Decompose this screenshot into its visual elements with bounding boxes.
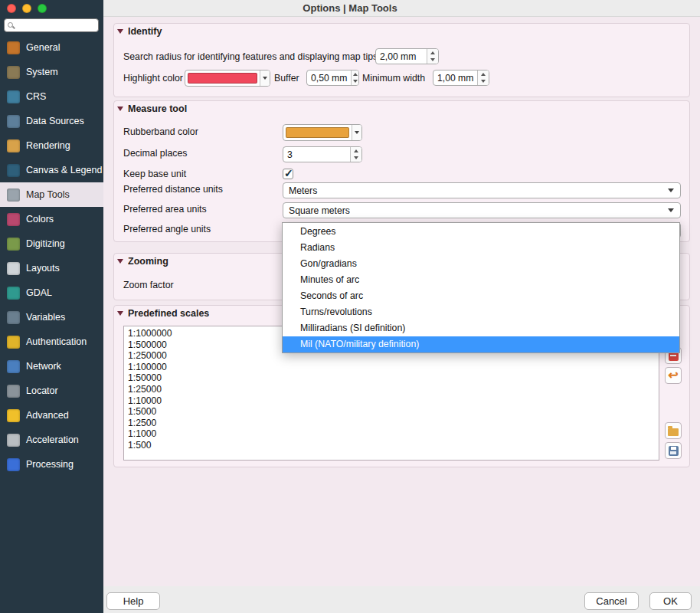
buffer-value[interactable]: 0,50 mm xyxy=(307,70,351,85)
stepper-down-icon[interactable] xyxy=(478,78,489,86)
angle-option-label: Degrees xyxy=(300,226,335,237)
minimum-width-stepper[interactable] xyxy=(477,70,489,85)
scale-item[interactable]: 1:2500 xyxy=(124,418,659,429)
preferred-distance-units-label: Preferred distance units xyxy=(123,184,223,195)
identify-section-header[interactable]: Identify xyxy=(117,26,162,37)
rubberband-color-label: Rubberband color xyxy=(123,126,198,138)
angle-option-mil-nato-military-definition[interactable]: Mil (NATO/military definition) xyxy=(283,336,679,352)
sidebar-item-label: Canvas & Legend xyxy=(26,165,102,175)
preferred-distance-units-combobox[interactable]: Meters xyxy=(283,182,681,198)
rubberband-color-button[interactable] xyxy=(283,124,362,141)
collapse-triangle-icon xyxy=(117,107,123,111)
sidebar-item-locator[interactable]: Locator xyxy=(0,379,103,403)
close-button[interactable] xyxy=(7,4,16,13)
buffer-spinbox[interactable]: 0,50 mm xyxy=(306,70,359,86)
angle-option-turns-revolutions[interactable]: Turns/revolutions xyxy=(283,304,679,320)
zoom-button[interactable] xyxy=(38,4,47,13)
digitizing-icon xyxy=(7,238,20,251)
angle-option-radians[interactable]: Radians xyxy=(283,239,679,255)
stepper-up-icon[interactable] xyxy=(427,49,438,57)
predefined-scales-section-header[interactable]: Predefined scales xyxy=(117,308,209,319)
import-scales-button[interactable] xyxy=(665,422,682,439)
scale-item[interactable]: 1:5000 xyxy=(124,406,659,418)
zooming-section-header[interactable]: Zooming xyxy=(117,256,168,267)
stepper-up-icon[interactable] xyxy=(478,70,489,78)
stepper-down-icon[interactable] xyxy=(351,155,361,162)
scale-item[interactable]: 1:50000 xyxy=(124,372,659,384)
scale-item[interactable]: 1:25000 xyxy=(124,384,659,395)
search-radius-spinbox[interactable]: 2,00 mm xyxy=(375,48,439,64)
sidebar-item-colors[interactable]: Colors xyxy=(0,207,103,231)
decimal-places-spinbox[interactable]: 3 xyxy=(283,146,362,162)
stepper-down-icon[interactable] xyxy=(427,57,438,64)
preferred-angle-units-label: Preferred angle units xyxy=(123,224,211,235)
sidebar-search-input[interactable] xyxy=(17,20,96,31)
wrench-icon xyxy=(7,41,20,54)
sidebar-item-gdal[interactable]: GDAL xyxy=(0,280,103,305)
sidebar-item-layouts[interactable]: Layouts xyxy=(0,256,103,280)
stepper-up-icon[interactable] xyxy=(351,147,361,155)
sidebar-item-rendering[interactable]: Rendering xyxy=(0,133,103,158)
sidebar-item-advanced[interactable]: Advanced xyxy=(0,403,103,428)
keep-base-unit-checkbox[interactable] xyxy=(283,169,293,179)
decimal-places-label: Decimal places xyxy=(123,148,187,159)
minimum-width-value[interactable]: 1,00 mm xyxy=(433,70,477,85)
scale-item[interactable]: 1:500 xyxy=(124,440,659,451)
minimize-button[interactable] xyxy=(22,4,31,13)
collapse-triangle-icon xyxy=(117,29,123,34)
ok-button[interactable]: OK xyxy=(649,592,692,610)
sidebar-item-label: Data Sources xyxy=(26,116,84,126)
sidebar-search-box[interactable] xyxy=(4,18,99,32)
restore-default-scales-button[interactable] xyxy=(665,367,682,384)
angle-option-minutes-of-arc[interactable]: Minutes of arc xyxy=(283,271,679,287)
sidebar-item-acceleration[interactable]: Acceleration xyxy=(0,428,103,452)
measure-tool-section-header[interactable]: Measure tool xyxy=(117,103,187,114)
globe-icon xyxy=(7,90,20,103)
stepper-up-icon[interactable] xyxy=(352,70,358,78)
sidebar-item-canvas-legend[interactable]: Canvas & Legend xyxy=(0,158,103,182)
sidebar-item-authentication[interactable]: Authentication xyxy=(0,329,103,354)
angle-option-seconds-of-arc[interactable]: Seconds of arc xyxy=(283,288,679,304)
scale-item[interactable]: 1:1000 xyxy=(124,428,659,440)
scale-item[interactable]: 1:100000 xyxy=(124,362,659,373)
sidebar-item-map-tools[interactable]: Map Tools xyxy=(0,182,103,207)
sidebar: General System CRS Data Sources xyxy=(0,0,103,613)
sidebar-item-data-sources[interactable]: Data Sources xyxy=(0,109,103,133)
sidebar-item-digitizing[interactable]: Digitizing xyxy=(0,231,103,256)
sidebar-item-label: Locator xyxy=(26,385,58,396)
help-button[interactable]: Help xyxy=(106,592,160,610)
angle-option-milliradians-si-definition[interactable]: Milliradians (SI definition) xyxy=(283,320,679,336)
sidebar-item-system[interactable]: System xyxy=(0,60,103,84)
export-scales-button[interactable] xyxy=(665,442,682,459)
highlight-color-button[interactable] xyxy=(185,70,270,87)
sidebar-item-processing[interactable]: Processing xyxy=(0,452,103,477)
sidebar-item-variables[interactable]: Variables xyxy=(0,305,103,329)
sidebar-item-label: Variables xyxy=(26,312,65,323)
decimal-places-stepper[interactable] xyxy=(350,147,361,162)
decimal-places-value[interactable]: 3 xyxy=(283,147,350,162)
cancel-button[interactable]: Cancel xyxy=(584,592,639,610)
sidebar-item-crs[interactable]: CRS xyxy=(0,84,103,109)
sidebar-item-general[interactable]: General xyxy=(0,35,103,60)
angle-option-label: Minutes of arc xyxy=(300,274,359,285)
search-radius-stepper[interactable] xyxy=(427,49,438,64)
scale-item[interactable]: 1:10000 xyxy=(124,395,659,407)
map-tools-icon xyxy=(7,188,20,202)
angle-option-degrees[interactable]: Degrees xyxy=(283,223,679,239)
angle-option-label: Milliradians (SI definition) xyxy=(300,323,405,333)
sidebar-item-network[interactable]: Network xyxy=(0,354,103,379)
section-title: Zooming xyxy=(128,256,168,267)
angle-option-gon-gradians[interactable]: Gon/gradians xyxy=(283,255,679,271)
angle-option-label: Gon/gradians xyxy=(300,258,357,269)
minimum-width-spinbox[interactable]: 1,00 mm xyxy=(433,70,489,86)
chevron-down-icon[interactable] xyxy=(352,125,361,140)
sidebar-item-label: Processing xyxy=(26,459,74,470)
angle-units-dropdown-popup: Degrees Radians Gon/gradians Minutes of … xyxy=(282,222,680,353)
stepper-down-icon[interactable] xyxy=(352,78,358,86)
chevron-down-icon[interactable] xyxy=(260,70,270,86)
highlight-color-label: Highlight color xyxy=(123,73,183,84)
buffer-stepper[interactable] xyxy=(351,70,358,85)
preferred-area-units-combobox[interactable]: Square meters xyxy=(283,202,681,218)
gear-icon xyxy=(7,66,20,79)
search-radius-value[interactable]: 2,00 mm xyxy=(376,49,427,64)
